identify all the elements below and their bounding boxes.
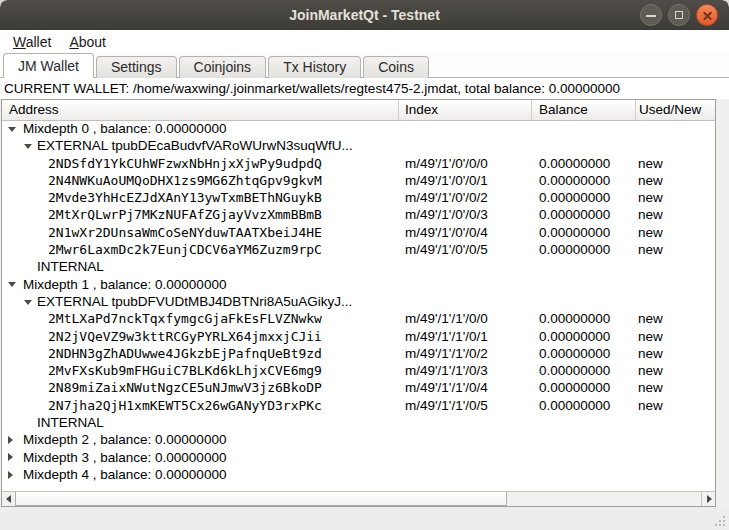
resize-grip[interactable]: [713, 514, 727, 528]
tab-tx-history[interactable]: Tx History: [268, 56, 361, 78]
address-row[interactable]: 2Mvde3YhHcEZJdXAnY13ywTxmBEThNGuykBm/49'…: [2, 189, 715, 206]
address-cell: 2Mwr6LaxmDc2k7EunjCDCV6aYM6Zuzm9rpC: [48, 241, 322, 258]
status-cell: new: [638, 206, 663, 223]
row-label: Mixdepth 3 , balance: 0.00000000: [23, 449, 226, 466]
index-cell: m/49'/1'/0'/0/3: [405, 206, 488, 223]
address-cell: 2N2jVQeVZ9w3kttRCGyPYRLX64jmxxjCJii: [48, 328, 322, 345]
index-cell: m/49'/1'/1'/0/5: [405, 397, 488, 414]
row-label: EXTERNAL tpubDFVUDtMBJ4DBTNri8A5uAGikyJ.…: [37, 293, 352, 310]
address-cell: 2N4NWKuAoUMQoDHX1zs9MG6ZhtqGpv9gkvM: [48, 172, 322, 189]
balance-cell: 0.00000000: [539, 189, 610, 206]
scroll-right-button[interactable]: [701, 492, 715, 506]
index-cell: m/49'/1'/0'/0/4: [405, 224, 488, 241]
status-cell: new: [638, 224, 663, 241]
address-cell: 2NDSfdY1YkCUhWFzwxNbHnjxXjwPy9udpdQ: [48, 155, 322, 172]
wallet-tree[interactable]: AddressIndexBalanceUsed/New Mixdepth 0 ,…: [1, 99, 716, 507]
address-row[interactable]: 2MtXrQLwrPj7MKzNUFAfZGjayVvzXmmBBmBm/49'…: [2, 206, 715, 223]
expander-open-icon[interactable]: [24, 144, 32, 149]
branch-row[interactable]: EXTERNAL tpubDEcaBudvfVARoWUrwN3suqWfU..…: [2, 137, 715, 154]
address-row[interactable]: 2N2jVQeVZ9w3kttRCGyPYRLX64jmxxjCJiim/49'…: [2, 328, 715, 345]
balance-cell: 0.00000000: [539, 345, 610, 362]
address-cell: 2NDHN3gZhADUwwe4JGkzbEjPafnqUeBt9zd: [48, 345, 322, 362]
balance-cell: 0.00000000: [539, 362, 610, 379]
index-cell: m/49'/1'/1'/0/2: [405, 345, 488, 362]
address-cell: 2MtLXaPd7nckTqxfymgcGjaFkEsFLVZNwkw: [48, 310, 322, 327]
scrollbar-thumb[interactable]: [15, 492, 507, 506]
status-bar: [0, 507, 729, 530]
maximize-button[interactable]: [668, 4, 690, 26]
balance-cell: 0.00000000: [539, 172, 610, 189]
column-header-balance[interactable]: Balance: [532, 100, 636, 120]
tab-jm-wallet[interactable]: JM Wallet: [3, 53, 94, 78]
row-label: INTERNAL: [37, 414, 104, 431]
address-cell: 2MtXrQLwrPj7MKzNUFAfZGjayVvzXmmBBmB: [48, 206, 322, 223]
row-label: Mixdepth 0 , balance: 0.00000000: [23, 120, 226, 137]
address-row[interactable]: 2NDHN3gZhADUwwe4JGkzbEjPafnqUeBt9zdm/49'…: [2, 345, 715, 362]
expander-open-icon[interactable]: [24, 300, 32, 305]
window-title: JoinMarketQt - Testnet: [0, 0, 729, 30]
address-row[interactable]: 2N1wXr2DUnsaWmCoSeNYduwTAATXbeiJ4HEm/49'…: [2, 224, 715, 241]
expander-collapsed-icon[interactable]: [8, 436, 13, 444]
status-cell: new: [638, 189, 663, 206]
index-cell: m/49'/1'/0'/0/5: [405, 241, 488, 258]
address-row[interactable]: 2N89miZaixNWutNgzCE5uNJmwV3jz6BkoDPm/49'…: [2, 379, 715, 396]
index-cell: m/49'/1'/1'/0/3: [405, 362, 488, 379]
row-label: EXTERNAL tpubDEcaBudvfVARoWUrwN3suqWfU..…: [37, 137, 353, 154]
app-window: JoinMarketQt - Testnet WalletAbout JM Wa…: [0, 0, 729, 530]
status-cell: new: [638, 362, 663, 379]
mixdepth-row[interactable]: Mixdepth 4 , balance: 0.00000000: [2, 466, 715, 483]
branch-row[interactable]: INTERNAL: [2, 258, 715, 275]
address-cell: 2N89miZaixNWutNgzCE5uNJmwV3jz6BkoDP: [48, 379, 322, 396]
mixdepth-row[interactable]: Mixdepth 1 , balance: 0.00000000: [2, 276, 715, 293]
address-row[interactable]: 2NDSfdY1YkCUhWFzwxNbHnjxXjwPy9udpdQm/49'…: [2, 155, 715, 172]
tab-coinjoins[interactable]: Coinjoins: [179, 56, 267, 78]
column-header-address[interactable]: Address: [2, 100, 399, 120]
address-row[interactable]: 2MtLXaPd7nckTqxfymgcGjaFkEsFLVZNwkwm/49'…: [2, 310, 715, 327]
index-cell: m/49'/1'/0'/0/2: [405, 189, 488, 206]
menu-item-wallet[interactable]: Wallet: [4, 32, 60, 52]
tab-coins[interactable]: Coins: [363, 56, 429, 78]
address-row[interactable]: 2N4NWKuAoUMQoDHX1zs9MG6ZhtqGpv9gkvMm/49'…: [2, 172, 715, 189]
mixdepth-row[interactable]: Mixdepth 3 , balance: 0.00000000: [2, 449, 715, 466]
scroll-left-icon: [6, 495, 11, 503]
address-row[interactable]: 2MvFXsKub9mFHGuiC7BLKd6kLhjxCVE6mg9m/49'…: [2, 362, 715, 379]
address-row[interactable]: 2N7jha2QjH1xmKEWT5Cx26wGANyYD3rxPKcm/49'…: [2, 397, 715, 414]
address-row[interactable]: 2Mwr6LaxmDc2k7EunjCDCV6aYM6Zuzm9rpCm/49'…: [2, 241, 715, 258]
status-cell: new: [638, 172, 663, 189]
status-cell: new: [638, 345, 663, 362]
menu-item-about[interactable]: About: [60, 32, 115, 52]
scroll-left-button[interactable]: [2, 492, 16, 506]
status-cell: new: [638, 155, 663, 172]
column-header-index[interactable]: Index: [399, 100, 532, 120]
row-label: Mixdepth 2 , balance: 0.00000000: [23, 431, 226, 448]
tab-settings[interactable]: Settings: [96, 56, 177, 78]
horizontal-scrollbar[interactable]: [2, 491, 715, 506]
current-wallet-banner: CURRENT WALLET: /home/waxwing/.joinmarke…: [0, 78, 729, 99]
expander-open-icon[interactable]: [8, 282, 16, 287]
address-cell: 2MvFXsKub9mFHGuiC7BLKd6kLhjxCVE6mg9: [48, 362, 322, 379]
status-cell: new: [638, 328, 663, 345]
address-cell: 2Mvde3YhHcEZJdXAnY13ywTxmBEThNGuykB: [48, 189, 322, 206]
column-header-used-new[interactable]: Used/New: [636, 100, 715, 120]
branch-row[interactable]: EXTERNAL tpubDFVUDtMBJ4DBTNri8A5uAGikyJ.…: [2, 293, 715, 310]
mixdepth-row[interactable]: Mixdepth 0 , balance: 0.00000000: [2, 120, 715, 137]
index-cell: m/49'/1'/1'/0/1: [405, 328, 488, 345]
balance-cell: 0.00000000: [539, 310, 610, 327]
close-button[interactable]: [696, 4, 718, 26]
expander-collapsed-icon[interactable]: [8, 471, 13, 479]
titlebar[interactable]: JoinMarketQt - Testnet: [0, 0, 729, 31]
branch-row[interactable]: INTERNAL: [2, 414, 715, 431]
balance-cell: 0.00000000: [539, 224, 610, 241]
status-cell: new: [638, 310, 663, 327]
status-cell: new: [638, 379, 663, 396]
maximize-icon: [675, 11, 683, 19]
row-label: Mixdepth 1 , balance: 0.00000000: [23, 276, 226, 293]
expander-collapsed-icon[interactable]: [8, 453, 13, 461]
balance-cell: 0.00000000: [539, 397, 610, 414]
index-cell: m/49'/1'/0'/0/0: [405, 155, 488, 172]
minimize-button[interactable]: [640, 4, 662, 26]
mixdepth-row[interactable]: Mixdepth 2 , balance: 0.00000000: [2, 431, 715, 448]
expander-open-icon[interactable]: [8, 127, 16, 132]
balance-cell: 0.00000000: [539, 379, 610, 396]
index-cell: m/49'/1'/0'/0/1: [405, 172, 488, 189]
